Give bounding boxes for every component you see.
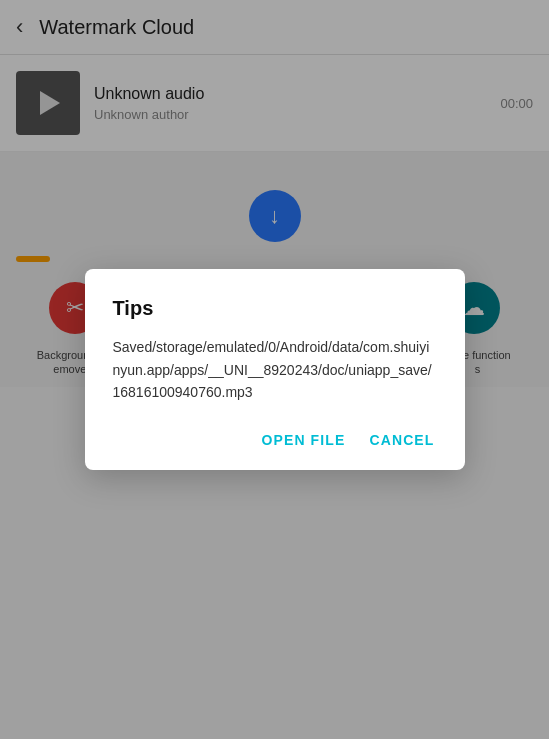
dialog-overlay: Tips Saved/storage/emulated/0/Android/da… (0, 0, 549, 739)
open-file-button[interactable]: OPEN FILE (259, 428, 347, 452)
app-background: ‹ Watermark Cloud Unknown audio Unknown … (0, 0, 549, 739)
cancel-button[interactable]: CANCEL (367, 428, 436, 452)
dialog-message: Saved/storage/emulated/0/Android/data/co… (113, 336, 437, 403)
dialog-actions: OPEN FILE CANCEL (113, 428, 437, 452)
dialog-title: Tips (113, 297, 437, 320)
tips-dialog: Tips Saved/storage/emulated/0/Android/da… (85, 269, 465, 469)
